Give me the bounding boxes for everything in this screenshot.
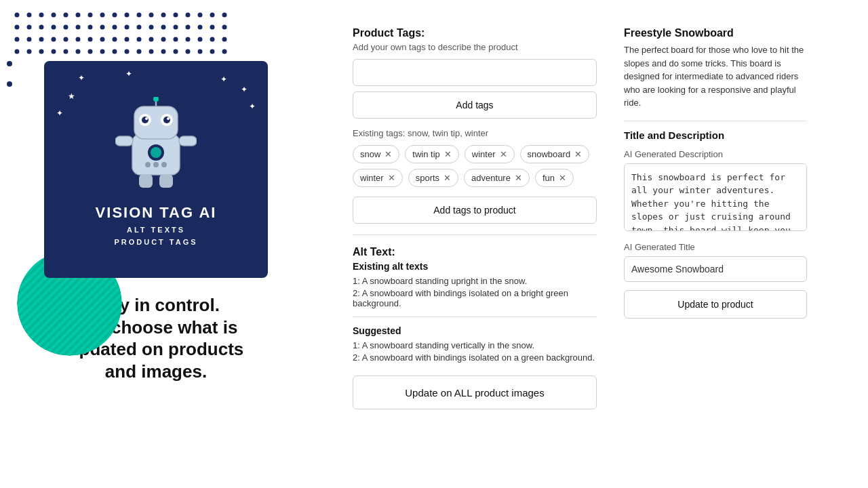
tag-remove-icon[interactable]: ✕: [388, 174, 395, 182]
svg-point-55: [27, 49, 32, 54]
svg-point-10: [137, 13, 142, 18]
svg-point-54: [15, 49, 20, 54]
svg-point-91: [153, 97, 159, 102]
svg-point-14: [186, 13, 191, 18]
svg-point-81: [161, 162, 167, 167]
svg-point-44: [113, 37, 117, 42]
tag-remove-icon[interactable]: ✕: [574, 150, 582, 159]
svg-point-48: [161, 37, 166, 42]
tag-chip: snow✕: [353, 145, 399, 163]
svg-point-66: [161, 49, 166, 54]
suggested-alt-text-list: 1: A snowboard standing vertically in th…: [353, 340, 597, 363]
svg-point-24: [88, 25, 93, 30]
svg-point-5: [76, 13, 81, 18]
svg-point-57: [52, 49, 56, 54]
robot-svg: [115, 97, 197, 192]
star-icon: ✦: [125, 69, 132, 79]
alt-text-title: Alt Text:: [353, 246, 597, 258]
tag-remove-icon[interactable]: ✕: [384, 150, 392, 159]
product-description: The perfect board for those who love to …: [624, 43, 807, 110]
tag-chip: fun✕: [535, 169, 574, 187]
svg-point-13: [174, 13, 178, 18]
svg-point-52: [210, 37, 215, 42]
add-tags-to-product-button[interactable]: Add tags to product: [353, 197, 597, 224]
star-icon: ✦: [220, 75, 227, 84]
svg-point-51: [198, 37, 203, 42]
svg-point-31: [174, 25, 178, 30]
existing-alt-text-item: 1: A snowboard standing upright in the s…: [353, 276, 597, 286]
update-to-product-button[interactable]: Update to product: [624, 290, 807, 319]
tag-chip: twin tip✕: [405, 145, 458, 163]
title-and-desc-label: Title and Description: [624, 129, 807, 141]
svg-rect-94: [139, 174, 153, 188]
svg-point-12: [161, 13, 166, 18]
svg-point-88: [145, 117, 148, 120]
divider-right-1: [624, 121, 807, 121]
svg-point-64: [137, 49, 142, 54]
tag-chip: adventure✕: [464, 169, 530, 187]
svg-point-41: [76, 37, 81, 42]
svg-point-45: [125, 37, 130, 42]
svg-point-7: [100, 13, 105, 18]
ai-description-textarea[interactable]: [624, 163, 807, 231]
suggested-label: Suggested: [353, 325, 597, 336]
svg-point-61: [100, 49, 105, 54]
svg-point-6: [88, 13, 93, 18]
brand-title: VISION TAG AI: [96, 204, 217, 222]
tag-remove-icon[interactable]: ✕: [500, 150, 507, 159]
svg-point-71: [222, 49, 227, 54]
svg-point-80: [153, 162, 159, 167]
svg-point-25: [100, 25, 105, 30]
side-dots: [7, 61, 12, 87]
tag-input[interactable]: [353, 59, 597, 86]
dot-grid-svg: [7, 7, 237, 61]
svg-point-86: [142, 117, 149, 123]
svg-point-9: [125, 13, 130, 18]
product-title: Freestyle Snowboard: [624, 27, 807, 39]
update-all-button[interactable]: Update on ALL product images: [353, 375, 597, 409]
tag-label: sports: [416, 173, 439, 183]
svg-point-62: [113, 49, 117, 54]
svg-point-49: [174, 37, 178, 42]
ai-title-label: AI Generated Title: [624, 242, 807, 252]
divider-1: [353, 235, 597, 235]
tag-remove-icon[interactable]: ✕: [515, 174, 522, 182]
tag-remove-icon[interactable]: ✕: [559, 174, 566, 182]
svg-rect-92: [115, 136, 133, 146]
svg-point-79: [145, 162, 151, 167]
existing-alt-text-item: 2: A snowboard with bindings isolated on…: [353, 288, 597, 308]
svg-point-33: [198, 25, 203, 30]
suggested-alt-text-item: 1: A snowboard standing vertically in th…: [353, 340, 597, 350]
add-tags-button[interactable]: Add tags: [353, 92, 597, 119]
svg-point-20: [39, 25, 44, 30]
tag-chip: sports✕: [408, 169, 458, 187]
tag-label: snow: [360, 149, 380, 159]
svg-point-1: [27, 13, 32, 18]
brand-card: ✦ ✦ ✦ ✦ ✦ ✦ ★: [44, 61, 268, 278]
tag-remove-icon[interactable]: ✕: [443, 174, 451, 182]
star-icon: ✦: [241, 85, 248, 94]
ai-title-input[interactable]: [624, 256, 807, 282]
svg-point-59: [76, 49, 81, 54]
svg-point-29: [149, 25, 154, 30]
svg-point-27: [125, 25, 130, 30]
svg-point-19: [27, 25, 32, 30]
tag-label: snowboard: [528, 149, 571, 159]
svg-point-50: [186, 37, 191, 42]
svg-point-63: [125, 49, 130, 54]
center-panel: Product Tags: Add your own tags to descr…: [353, 27, 597, 474]
main-content: Product Tags: Add your own tags to descr…: [312, 0, 868, 488]
tag-remove-icon[interactable]: ✕: [444, 150, 452, 159]
svg-point-78: [151, 147, 161, 158]
svg-point-39: [52, 37, 56, 42]
alt-text-section: Alt Text: Existing alt texts 1: A snowbo…: [353, 246, 597, 409]
svg-point-34: [210, 25, 215, 30]
svg-point-0: [15, 13, 20, 18]
svg-point-35: [222, 25, 227, 30]
svg-point-17: [222, 13, 227, 18]
product-tags-title: Product Tags:: [353, 27, 597, 39]
tag-chip: winter✕: [465, 145, 515, 163]
ai-description-label: AI Generated Description: [624, 149, 807, 159]
tag-chip: winter✕: [353, 169, 403, 187]
robot-illustration: [102, 90, 210, 199]
